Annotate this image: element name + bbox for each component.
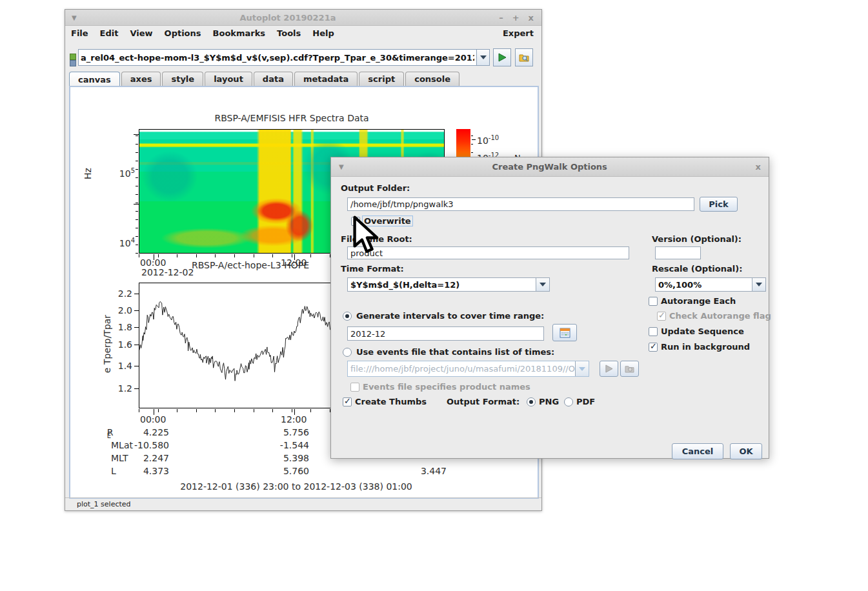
time-format-dropdown-button[interactable] [536, 278, 549, 291]
menu-file[interactable]: File [65, 27, 94, 39]
pdf-label[interactable]: PDF [576, 397, 595, 406]
rescale-combobox[interactable]: 0%,100% [655, 277, 766, 292]
overwrite-checkbox[interactable] [351, 217, 360, 226]
folder-search-icon [519, 53, 529, 62]
pdf-radio[interactable] [564, 397, 573, 406]
plot2-title: RBSP-A/ect-hope-L3 HOPE [192, 260, 309, 270]
autorange-each-checkbox[interactable] [649, 297, 658, 306]
tab-console[interactable]: console [405, 72, 459, 86]
window-menu-icon[interactable]: ▼ [72, 14, 77, 21]
uri-input[interactable] [79, 53, 476, 63]
version-label: Version (Optional): [652, 234, 742, 244]
events-file-dropdown-button [575, 361, 589, 376]
dialog-close-button[interactable]: x [756, 162, 761, 172]
calendar-icon [560, 328, 570, 338]
status-bar: plot_1 selected [65, 497, 541, 510]
colorbar-tick-1e-10: 10-10 [477, 134, 499, 146]
overwrite-label[interactable]: Overwrite [363, 216, 412, 226]
events-file-inspect-button [620, 361, 639, 377]
tab-data[interactable]: data [254, 72, 293, 86]
lineplot-ytick: 2.0 [103, 305, 132, 316]
tab-script[interactable]: script [359, 72, 404, 86]
autorange-each-label[interactable]: Autorange Each [661, 296, 736, 306]
pick-button[interactable]: Pick [700, 197, 738, 212]
dialog-titlebar[interactable]: ▼ Create PngWalk Options x [331, 157, 769, 177]
menu-view[interactable]: View [124, 27, 158, 39]
generate-intervals-radio[interactable] [343, 312, 352, 321]
time-range-field[interactable]: 2012-12 [347, 326, 544, 341]
update-sequence-label[interactable]: Update Sequence [661, 326, 744, 336]
run-in-background-checkbox[interactable] [649, 343, 658, 352]
rescale-dropdown-button[interactable] [752, 278, 765, 291]
tab-metadata[interactable]: metadata [294, 72, 358, 86]
dialog-title: Create PngWalk Options [344, 162, 756, 172]
filename-root-field[interactable]: product [347, 246, 629, 259]
menu-tools[interactable]: Tools [271, 27, 307, 39]
spec-ytick-1e5: 105 [110, 167, 135, 179]
folder-icon-disabled [625, 365, 634, 373]
check-autorange-flag-label: Check Autorange flag [669, 311, 771, 321]
menu-help[interactable]: Help [307, 27, 339, 39]
close-button[interactable]: x [529, 13, 534, 23]
plot-go-button[interactable] [493, 48, 511, 66]
time-range-label: 2012-12-01 (336) 23:00 to 2012-12-03 (33… [70, 481, 522, 492]
inspect-uri-button[interactable] [515, 48, 533, 66]
spec-ytick-1e4: 104 [110, 237, 135, 248]
play-icon-disabled [605, 365, 613, 373]
use-events-file-label[interactable]: Use events file that contains list of ti… [356, 347, 554, 357]
lineplot-ytick: 2.2 [103, 288, 132, 299]
window-title: Autoplot 20190221a [77, 13, 500, 23]
expert-mode-label[interactable]: Expert [503, 28, 541, 38]
output-folder-field[interactable]: /home/jbf/tmp/pngwalk3 [347, 197, 694, 211]
version-field[interactable] [655, 246, 701, 259]
maximize-button[interactable]: + [512, 13, 520, 23]
minimize-button[interactable]: – [499, 13, 503, 23]
menu-options[interactable]: Options [159, 27, 207, 39]
generate-intervals-label[interactable]: Generate intervals to cover time range: [356, 311, 544, 321]
lineplot-ytick: 1.8 [103, 322, 132, 332]
spec-xtick-0000: 00:00 [140, 257, 166, 268]
events-file-combobox: file:///home/jbf/project/juno/u/masafumi… [347, 361, 589, 377]
png-label[interactable]: PNG [539, 397, 559, 406]
ok-button[interactable]: OK [730, 443, 762, 459]
filename-root-label: Filename Root: [341, 234, 412, 244]
spec-ylabel: Hz [83, 168, 93, 179]
tab-bar: canvas axes style layout data metadata s… [69, 72, 538, 86]
menubar: File Edit View Options Bookmarks Tools H… [65, 26, 541, 40]
rescale-label: Rescale (Optional): [652, 264, 742, 274]
calendar-button[interactable] [552, 324, 577, 341]
tab-canvas[interactable]: canvas [69, 72, 120, 86]
tab-axes[interactable]: axes [121, 72, 161, 86]
uri-combobox[interactable] [78, 49, 490, 66]
status-text: plot_1 selected [77, 500, 131, 508]
uri-dropdown-button[interactable] [476, 50, 489, 65]
datasource-indicator-icon [68, 52, 76, 66]
tab-style[interactable]: style [162, 72, 203, 86]
events-file-go-button [600, 361, 618, 377]
cancel-button[interactable]: Cancel [672, 443, 723, 459]
create-thumbs-label[interactable]: Create Thumbs [355, 397, 427, 406]
create-pngwalk-dialog: ▼ Create PngWalk Options x Output Folder… [330, 157, 769, 459]
output-format-label: Output Format: [447, 397, 520, 406]
output-folder-label: Output Folder: [341, 183, 410, 193]
time-format-label: Time Format: [341, 264, 404, 274]
dialog-menu-icon[interactable]: ▼ [339, 163, 344, 170]
update-sequence-checkbox[interactable] [649, 327, 658, 336]
use-events-file-radio[interactable] [343, 348, 352, 357]
lineplot-ytick: 1.4 [103, 361, 132, 371]
create-thumbs-checkbox[interactable] [343, 397, 352, 406]
png-radio[interactable] [527, 397, 536, 406]
run-in-background-label[interactable]: Run in background [661, 342, 750, 352]
spec-date-label: 2012-12-02 [141, 267, 194, 277]
menu-edit[interactable]: Edit [94, 27, 125, 39]
menu-bookmarks[interactable]: Bookmarks [207, 27, 272, 39]
events-product-names-label: Events file specifies product names [363, 382, 530, 392]
check-autorange-flag-checkbox [657, 312, 666, 321]
lineplot-ytick: 1.6 [103, 339, 132, 350]
spec-yticks [136, 129, 138, 254]
play-icon [498, 53, 507, 62]
tab-layout[interactable]: layout [205, 72, 252, 86]
time-format-combobox[interactable]: $Y$m$d_$(H,delta=12) [347, 277, 550, 292]
events-product-names-checkbox [350, 383, 359, 392]
window-titlebar[interactable]: ▼ Autoplot 20190221a – + x [65, 10, 541, 26]
